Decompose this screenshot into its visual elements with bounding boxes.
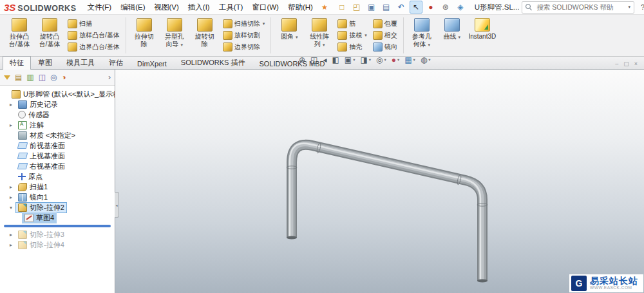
expander-icon[interactable]: ▸ <box>8 194 14 200</box>
tab-评估[interactable]: 评估 <box>102 56 130 69</box>
configurationmanager-tab-icon[interactable]: ◫ <box>39 73 46 82</box>
shell-button[interactable]: 抽壳 <box>336 42 368 52</box>
lofted-cut-button[interactable]: 放样切割 <box>222 30 267 41</box>
extruded-boss-button[interactable]: 拉伸凸台/基体 <box>5 15 34 55</box>
swept-cut-button[interactable]: 扫描切除▾ <box>222 19 267 29</box>
rib-icon <box>337 19 347 28</box>
minimize-doc-icon[interactable]: – <box>615 61 618 67</box>
tab-模具工具[interactable]: 模具工具 <box>59 56 102 69</box>
document-properties-icon[interactable]: ◈ <box>454 1 467 14</box>
options-gear-icon[interactable]: ⊛ <box>439 1 452 14</box>
linear-pattern-button[interactable]: 线性阵列 ▾ <box>305 15 334 55</box>
tree-item-12[interactable]: 草图4 <box>0 213 115 223</box>
tab-特征[interactable]: 特征 <box>3 56 31 70</box>
menu-item-4[interactable]: 工具(T) <box>214 1 248 14</box>
expander-icon[interactable]: ▸ <box>8 232 14 238</box>
new-document-icon[interactable]: □ <box>336 1 348 14</box>
intersect-button[interactable]: 相交 <box>372 30 399 41</box>
dimxpertmanager-tab-icon[interactable]: ◎ <box>50 73 57 82</box>
revolved-cut-button[interactable]: 旋转切除 <box>190 15 220 55</box>
menu-item-0[interactable]: 文件(F) <box>82 1 116 14</box>
extruded-cut-button[interactable]: 拉伸切除 <box>129 15 159 55</box>
mirror-button[interactable]: 镜向 <box>372 42 399 52</box>
help-search-box[interactable]: ▾ <box>522 1 634 14</box>
u-tube-model[interactable] <box>115 70 644 293</box>
tree-item-9[interactable]: ▸扫描1 <box>0 182 115 192</box>
rebuild-icon[interactable]: ● <box>424 1 437 14</box>
boundary-boss-button[interactable]: 边界凸台/基体 <box>66 42 121 52</box>
tree-item-3[interactable]: ▸注解 <box>0 120 115 130</box>
wrap-button[interactable]: 包覆 <box>372 19 399 29</box>
zoom-area-button[interactable]: ◰ <box>309 55 319 64</box>
tab-草图[interactable]: 草图 <box>31 56 59 69</box>
rib-button[interactable]: 筋 <box>336 19 368 29</box>
help-icon[interactable]: ? <box>641 3 644 11</box>
tree-item-6[interactable]: 上视基准面 <box>0 151 115 161</box>
tree-item-10[interactable]: ▸镜向1 <box>0 192 115 202</box>
tab-DimXpert[interactable]: DimXpert <box>130 58 174 69</box>
expander-icon[interactable]: ▾ <box>8 205 14 211</box>
display-style-button[interactable]: ◨▾ <box>359 55 372 64</box>
rollback-bar[interactable] <box>4 225 111 227</box>
tree-item-2[interactable]: 传感器 <box>0 109 115 120</box>
panel-splitter-handle[interactable]: ◂ <box>115 192 119 218</box>
tree-item-14[interactable]: ▸切除-拉伸3 <box>0 229 115 240</box>
print-icon[interactable]: ▤ <box>380 1 393 14</box>
swept-boss-button[interactable]: 扫描 <box>66 19 121 29</box>
menu-item-2[interactable]: 视图(V) <box>150 1 184 14</box>
tree-item-4[interactable]: 材质 <未指定> <box>0 130 115 140</box>
restore-doc-icon[interactable]: ▢ <box>623 61 629 67</box>
select-arrow-icon[interactable]: ↖ <box>410 1 422 14</box>
expander-icon[interactable]: ▸ <box>8 122 14 128</box>
tab-SOLIDWORKS 插件[interactable]: SOLIDWORKS 插件 <box>174 56 252 69</box>
hide-show-items-button[interactable]: ◎▾ <box>375 55 388 64</box>
revolved-cut-icon <box>197 18 213 32</box>
section-view-button[interactable]: ◧ <box>330 55 340 64</box>
button-label: Instant3D <box>468 33 496 41</box>
expander-icon[interactable]: ▸ <box>8 242 14 248</box>
tree-item-0[interactable]: U形脚管 (默认<<默认>_显示状态 1>) <box>0 89 115 99</box>
history-icon <box>18 100 27 109</box>
tree-item-1[interactable]: ▸历史记录 <box>0 99 115 109</box>
reference-geometry-button[interactable]: 参考几何体 ▾ <box>407 15 437 55</box>
boundary-cut-button[interactable]: 边界切除 <box>222 42 267 52</box>
zoom-fit-button[interactable]: ⊕ <box>298 55 307 64</box>
tree-item-8[interactable]: 原点 <box>0 171 115 182</box>
tree-item-5[interactable]: 前视基准面 <box>0 140 115 151</box>
open-icon[interactable]: ◰ <box>350 1 363 14</box>
panel-expand-chevron-icon[interactable]: › <box>108 73 111 82</box>
undo-icon[interactable]: ↶ <box>395 1 408 14</box>
view-settings-icon: ◍ <box>421 55 427 64</box>
draft-button[interactable]: 拔模▾ <box>336 30 368 41</box>
revolved-boss-button[interactable]: 旋转凸台/基体 <box>35 15 64 55</box>
pin-icon[interactable]: ★ <box>321 3 328 12</box>
menu-item-6[interactable]: 帮助(H) <box>283 1 317 14</box>
edit-appearance-button[interactable]: ●▾ <box>390 55 401 64</box>
view-settings-button[interactable]: ◍▾ <box>419 55 432 64</box>
tree-item-7[interactable]: 右视基准面 <box>0 161 115 171</box>
displaymanager-tab-icon[interactable]: ◑ <box>62 73 66 82</box>
view-orientation-button[interactable]: ▣▾ <box>343 55 357 64</box>
menu-item-3[interactable]: 插入(I) <box>184 1 214 14</box>
hole-wizard-button[interactable]: 异型孔向导 ▾ <box>160 15 189 55</box>
apply-scene-button[interactable]: ▦▾ <box>403 55 417 64</box>
help-search-input[interactable] <box>535 3 625 12</box>
expander-icon[interactable]: ▸ <box>8 184 14 190</box>
lofted-boss-button[interactable]: 放样凸台/基体 <box>66 30 121 41</box>
tree-item-15[interactable]: ▸切除-拉伸4 <box>0 240 115 250</box>
menu-item-1[interactable]: 编辑(E) <box>116 1 149 14</box>
filter-funnel-icon[interactable] <box>4 75 10 80</box>
graphics-viewport[interactable] <box>115 70 644 293</box>
expander-icon[interactable]: ▸ <box>8 102 14 108</box>
chevron-down-icon[interactable]: ▾ <box>628 5 630 10</box>
save-icon[interactable]: ▣ <box>365 1 378 14</box>
fillet-button[interactable]: 圆角 ▾ <box>274 15 304 55</box>
menu-item-5[interactable]: 窗口(W) <box>247 1 283 14</box>
featuremanager-tab-icon[interactable]: ▤ <box>15 73 22 82</box>
instant3d-button[interactable]: Instant3D <box>468 15 497 55</box>
tree-item-11[interactable]: ▾切除-拉伸2 <box>0 202 115 213</box>
previous-view-button[interactable]: ◂ <box>321 55 328 64</box>
propertymanager-tab-icon[interactable]: ▥ <box>26 73 33 82</box>
close-doc-icon[interactable]: × <box>634 61 638 67</box>
curves-button[interactable]: 曲线 ▾ <box>437 15 467 55</box>
